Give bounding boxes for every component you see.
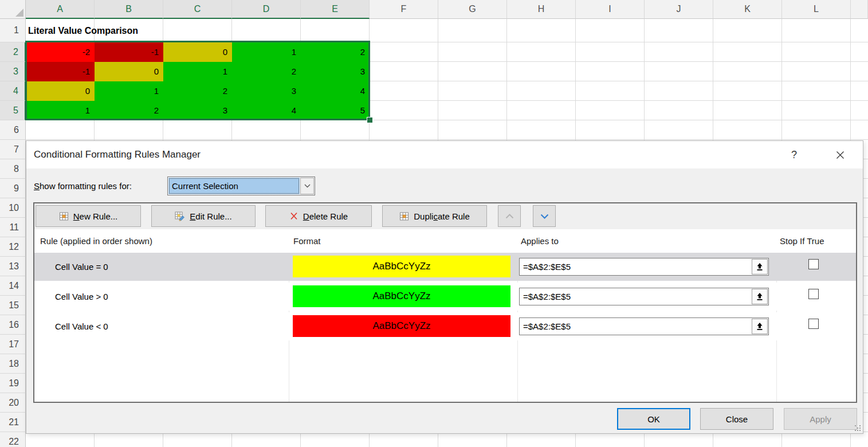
column-header-C[interactable]: C	[163, 0, 232, 19]
collapse-dialog-button[interactable]	[752, 259, 768, 275]
row-header-14[interactable]: 14	[0, 276, 26, 296]
column-header-K[interactable]: K	[713, 0, 782, 19]
column-header-L[interactable]: L	[782, 0, 851, 19]
grid-cell[interactable]: 0	[95, 62, 163, 81]
row-header-19[interactable]: 19	[0, 374, 26, 393]
close-button[interactable]	[828, 141, 851, 168]
row-header-2[interactable]: 2	[0, 42, 26, 62]
grid-cell[interactable]: 0	[26, 81, 95, 101]
dialog-title-bar: Conditional Formatting Rules Manager ?	[26, 141, 863, 168]
resize-grip[interactable]	[854, 425, 861, 432]
duplicate-rule-button[interactable]: Duplicate Rule	[382, 205, 487, 227]
column-header-B[interactable]: B	[95, 0, 163, 19]
grid-cell[interactable]: 2	[232, 62, 301, 81]
grid-cell[interactable]: 0	[163, 42, 232, 62]
column-header-F[interactable]: F	[370, 0, 438, 19]
column-header-E[interactable]: E	[301, 0, 370, 19]
applies-to-input[interactable]	[520, 258, 751, 275]
grid-cell[interactable]: 2	[95, 101, 163, 120]
rule-row[interactable]: Cell Value < 0AaBbCcYyZz	[34, 312, 856, 340]
collapse-dialog-button[interactable]	[752, 319, 768, 334]
row-header-4[interactable]: 4	[0, 81, 26, 101]
row-header-7[interactable]: 7	[0, 140, 26, 159]
stop-if-true-checkbox[interactable]	[808, 319, 819, 329]
rules-list-header: Rule (applied in order shown) Format App…	[34, 229, 856, 253]
applies-to-field	[519, 258, 769, 276]
collapse-dialog-button[interactable]	[752, 289, 768, 304]
new-rule-button-label: New Rule...	[73, 211, 118, 221]
cell-a1[interactable]: Literal Value Comparison	[28, 19, 138, 42]
row-header-21[interactable]: 21	[0, 413, 26, 432]
show-rules-selected-value: Current Selection	[168, 178, 300, 194]
move-rule-down-button[interactable]	[533, 205, 556, 227]
grid-cell[interactable]: -2	[26, 42, 95, 62]
column-header-J[interactable]: J	[645, 0, 713, 19]
column-header-partial[interactable]	[851, 0, 868, 19]
grid-cell[interactable]: 1	[26, 101, 95, 120]
duplicate-rule-button-label: Duplicate Rule	[414, 211, 470, 221]
row-header-18[interactable]: 18	[0, 354, 26, 374]
grid-cell[interactable]: 3	[301, 62, 370, 81]
row-header-12[interactable]: 12	[0, 237, 26, 257]
dropdown-arrow-button[interactable]	[300, 178, 314, 194]
select-all-icon	[15, 9, 23, 17]
applies-to-field	[519, 288, 769, 305]
row-header-17[interactable]: 17	[0, 335, 26, 354]
grid-cell[interactable]: 2	[163, 81, 232, 101]
row-header-13[interactable]: 13	[0, 257, 26, 276]
delete-rule-button-label: Delete Rule	[303, 211, 348, 221]
row-header-5[interactable]: 5	[0, 101, 26, 120]
delete-rule-button[interactable]: Delete Rule	[265, 205, 372, 227]
format-preview: AaBbCcYyZz	[293, 315, 510, 337]
grid-cell[interactable]: 1	[95, 81, 163, 101]
edit-rule-button[interactable]: Edit Rule...	[151, 205, 256, 227]
applies-to-input[interactable]	[520, 318, 751, 335]
grid-cell[interactable]: 4	[232, 101, 301, 120]
show-rules-dropdown[interactable]: Current Selection	[167, 177, 315, 195]
applies-to-field	[519, 317, 769, 335]
new-rule-button[interactable]: New Rule...	[36, 205, 141, 227]
grid-cell[interactable]: 3	[232, 81, 301, 101]
grid-cell[interactable]: -1	[26, 62, 95, 81]
column-header-A[interactable]: A	[26, 0, 95, 19]
column-header-G[interactable]: G	[438, 0, 507, 19]
fill-handle-icon[interactable]	[367, 117, 373, 123]
rules-list: New Rule...Edit Rule...Delete RuleDuplic…	[33, 202, 857, 403]
row-header-11[interactable]: 11	[0, 218, 26, 237]
stop-if-true-checkbox[interactable]	[808, 259, 819, 269]
grid-cell[interactable]: 3	[163, 101, 232, 120]
ok-button[interactable]: OK	[617, 408, 690, 430]
row-header-6[interactable]: 6	[0, 120, 26, 140]
column-header-H[interactable]: H	[507, 0, 576, 19]
format-column-header: Format	[293, 229, 321, 253]
cf-rules-manager-dialog: Conditional Formatting Rules Manager ? S…	[26, 140, 863, 434]
grid-cell[interactable]: 4	[301, 81, 370, 101]
row-header-1[interactable]: 1	[0, 19, 26, 42]
select-all-corner[interactable]	[0, 0, 26, 19]
stop-if-true-checkbox[interactable]	[808, 289, 819, 299]
column-header-D[interactable]: D	[232, 0, 301, 19]
help-button[interactable]: ?	[783, 141, 806, 168]
apply-button[interactable]: Apply	[784, 408, 857, 430]
grid-cell[interactable]: 1	[163, 62, 232, 81]
row-header-15[interactable]: 15	[0, 296, 26, 315]
row-header-16[interactable]: 16	[0, 315, 26, 335]
grid-cell[interactable]: -1	[95, 42, 163, 62]
row-header-9[interactable]: 9	[0, 179, 26, 198]
new-rule-table-icon	[59, 211, 69, 221]
row-header-20[interactable]: 20	[0, 393, 26, 413]
row-header-8[interactable]: 8	[0, 159, 26, 179]
row-header-3[interactable]: 3	[0, 62, 26, 81]
duplicate-rule-table-icon	[399, 211, 409, 221]
rule-row[interactable]: Cell Value > 0AaBbCcYyZz	[34, 283, 856, 311]
column-header-I[interactable]: I	[576, 0, 645, 19]
rule-row[interactable]: Cell Value = 0AaBbCcYyZz	[34, 253, 856, 281]
grid-cell[interactable]: 5	[301, 101, 370, 120]
close-dialog-button[interactable]: Close	[700, 408, 773, 430]
row-header-22[interactable]: 22	[0, 432, 26, 447]
move-rule-up-button[interactable]	[498, 205, 521, 227]
row-header-10[interactable]: 10	[0, 198, 26, 218]
grid-cell[interactable]: 2	[301, 42, 370, 62]
grid-cell[interactable]: 1	[232, 42, 301, 62]
applies-to-input[interactable]	[520, 288, 751, 305]
